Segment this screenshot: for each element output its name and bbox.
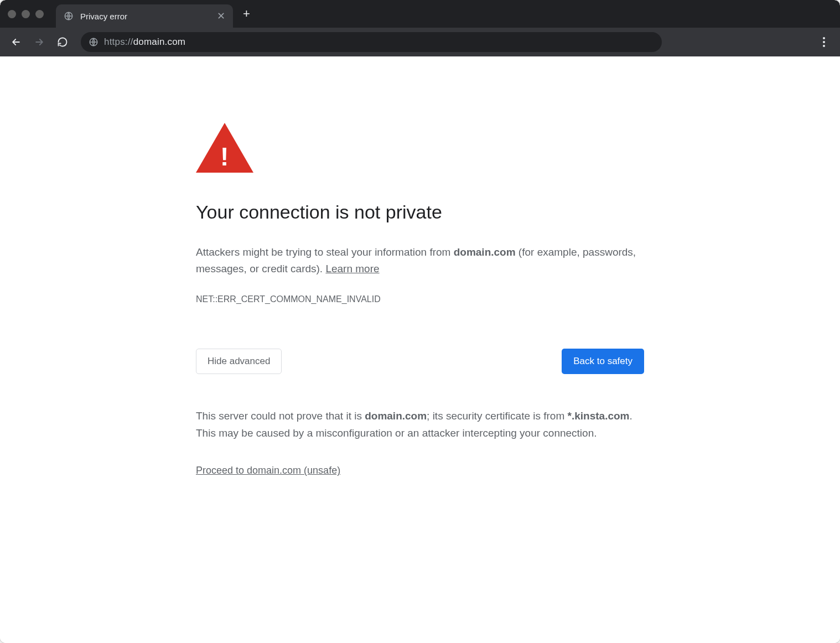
proceed-unsafe-link[interactable]: Proceed to domain.com (unsafe) (196, 465, 340, 476)
warning-heading: Your connection is not private (196, 201, 644, 223)
window-maximize-dot[interactable] (35, 10, 44, 18)
ssl-interstitial: Your connection is not private Attackers… (196, 56, 644, 510)
svg-point-4 (823, 45, 825, 47)
desc-prefix: Attackers might be trying to steal your … (196, 246, 454, 258)
tab-title: Privacy error (80, 12, 210, 21)
error-code: NET::ERR_CERT_COMMON_NAME_INVALID (196, 294, 644, 304)
window-controls (8, 10, 44, 18)
window-close-dot[interactable] (8, 10, 16, 18)
forward-button[interactable] (30, 33, 49, 51)
browser-tab[interactable]: Privacy error ✕ (56, 4, 233, 28)
new-tab-button[interactable]: + (243, 8, 250, 20)
kebab-menu-button[interactable] (815, 33, 833, 51)
warning-description: Attackers might be trying to steal your … (196, 244, 644, 278)
svg-point-2 (823, 37, 825, 39)
detail-domain: domain.com (365, 410, 427, 422)
url-text: https://domain.com (104, 37, 185, 48)
back-button[interactable] (7, 33, 25, 51)
back-to-safety-button[interactable]: Back to safety (562, 349, 644, 374)
browser-chrome: Privacy error ✕ + (0, 0, 840, 56)
detail-mid: ; its security certificate is from (427, 410, 567, 422)
detail-cert: *.kinsta.com (568, 410, 630, 422)
browser-toolbar: https://domain.com (0, 28, 840, 56)
button-row: Hide advanced Back to safety (196, 349, 644, 374)
url-protocol: https:// (104, 37, 133, 47)
learn-more-link[interactable]: Learn more (325, 263, 379, 274)
window-minimize-dot[interactable] (22, 10, 30, 18)
warning-triangle-icon (196, 123, 253, 173)
tab-strip: Privacy error ✕ + (0, 0, 840, 28)
hide-advanced-button[interactable]: Hide advanced (196, 349, 282, 374)
url-host: domain.com (133, 37, 186, 47)
browser-window: Privacy error ✕ + (0, 0, 840, 643)
desc-domain: domain.com (454, 246, 516, 258)
reload-button[interactable] (53, 33, 72, 51)
address-bar[interactable]: https://domain.com (81, 32, 662, 52)
globe-icon (89, 37, 98, 47)
svg-point-3 (823, 41, 825, 43)
close-icon[interactable]: ✕ (217, 11, 225, 21)
advanced-detail: This server could not prove that it is d… (196, 407, 644, 442)
globe-icon (64, 11, 74, 21)
page-content: Your connection is not private Attackers… (0, 56, 840, 643)
detail-prefix: This server could not prove that it is (196, 410, 365, 422)
